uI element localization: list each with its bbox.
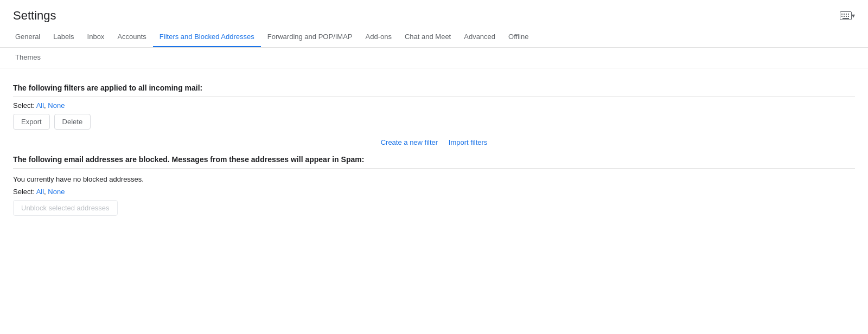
blocked-divider (13, 168, 855, 169)
export-button[interactable]: Export (13, 114, 50, 130)
tab-general[interactable]: General (9, 27, 47, 48)
filters-select-none[interactable]: None (48, 101, 65, 110)
blocked-select-label: Select: (13, 188, 35, 196)
blocked-heading: The following email addresses are blocke… (13, 155, 855, 164)
blocked-select-row: Select: All, None (13, 188, 855, 196)
settings-heading: Settings (13, 9, 56, 23)
blocked-buttons: Unblock selected addresses (13, 200, 855, 216)
tab-filters-blocked[interactable]: Filters and Blocked Addresses (153, 27, 261, 48)
filters-select-row: Select: All, None (13, 101, 855, 110)
tab-advanced[interactable]: Advanced (457, 27, 502, 48)
tab-inbox[interactable]: Inbox (81, 27, 111, 48)
svg-rect-6 (844, 16, 845, 17)
create-filter-link[interactable]: Create a new filter (381, 138, 438, 146)
tab-labels[interactable]: Labels (47, 27, 80, 48)
tab-forwarding[interactable]: Forwarding and POP/IMAP (261, 27, 359, 48)
svg-rect-3 (846, 14, 847, 15)
filters-select-label: Select: (13, 101, 35, 110)
filters-buttons: Export Delete (13, 114, 855, 130)
svg-rect-8 (848, 16, 849, 17)
keyboard-icon[interactable]: ▾ (840, 11, 855, 20)
svg-rect-9 (843, 18, 849, 19)
main-content: The following filters are applied to all… (0, 68, 868, 229)
tab-accounts[interactable]: Accounts (111, 27, 152, 48)
import-filters-link[interactable]: Import filters (449, 138, 488, 146)
settings-nav: General Labels Inbox Accounts Filters an… (0, 27, 868, 48)
tab-offline[interactable]: Offline (502, 27, 535, 48)
filter-links-row: Create a new filter Import filters (13, 138, 855, 146)
svg-rect-1 (841, 14, 843, 15)
tab-chat-meet[interactable]: Chat and Meet (398, 27, 457, 48)
svg-rect-5 (841, 16, 843, 17)
filters-divider (13, 97, 855, 97)
filters-heading: The following filters are applied to all… (13, 84, 855, 92)
filters-section: The following filters are applied to all… (13, 84, 855, 146)
svg-rect-7 (846, 16, 847, 17)
svg-rect-2 (844, 14, 845, 15)
unblock-button[interactable]: Unblock selected addresses (13, 200, 118, 216)
filters-select-all[interactable]: All (36, 101, 44, 110)
no-blocked-text: You currently have no blocked addresses. (13, 175, 855, 183)
themes-row: Themes (0, 48, 868, 68)
delete-button[interactable]: Delete (54, 114, 91, 130)
blocked-select-all[interactable]: All (36, 188, 44, 196)
tab-themes[interactable]: Themes (9, 48, 47, 68)
tab-addons[interactable]: Add-ons (359, 27, 398, 48)
blocked-section: The following email addresses are blocke… (13, 155, 855, 216)
svg-rect-4 (848, 14, 849, 15)
blocked-select-none[interactable]: None (48, 188, 65, 196)
page-title: Settings ▾ (0, 0, 868, 27)
